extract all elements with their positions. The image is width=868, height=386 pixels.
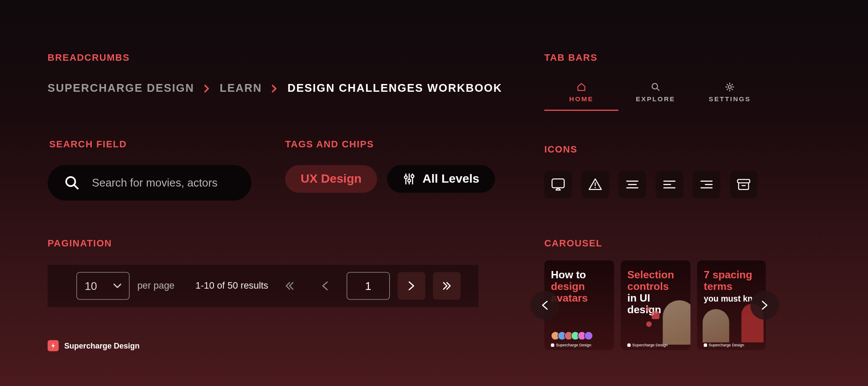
per-page-select[interactable]: 10: [76, 272, 129, 299]
current-page-value: 1: [365, 280, 371, 293]
tab-bar: HOME EXPLORE SETTINGS: [544, 76, 767, 111]
svg-line-1: [74, 185, 78, 189]
carousel: How todesignavatars Supercharge Design S…: [544, 260, 766, 350]
section-title-carousel: Carousel: [544, 238, 602, 249]
svg-point-13: [595, 187, 596, 188]
svg-point-5: [408, 179, 410, 182]
bolt-icon: [48, 340, 59, 352]
breadcrumb-item-current: Design Challenges Workbook: [288, 82, 502, 95]
chip-all-levels[interactable]: All Levels: [387, 165, 495, 193]
section-title-breadcrumbs: Breadcrumbs: [48, 53, 130, 64]
breadcrumb-item-root[interactable]: Supercharge Design: [48, 82, 195, 95]
menu-left-icon: [656, 171, 683, 198]
warning-icon: [581, 171, 609, 198]
chevron-right-icon: [204, 84, 210, 92]
svg-rect-23: [738, 180, 750, 183]
menu-right-icon: [693, 171, 720, 198]
section-title-pagination: Pagination: [48, 238, 112, 249]
carousel-next-button[interactable]: [750, 291, 779, 320]
brand-footer: Supercharge Design: [48, 340, 140, 352]
menu-center-icon: [618, 171, 646, 198]
breadcrumb-item-learn[interactable]: Learn: [220, 82, 262, 95]
tab-home[interactable]: HOME: [544, 76, 618, 111]
card-brand: Supercharge Design: [627, 343, 668, 347]
gear-icon: [725, 82, 735, 92]
carousel-prev-button[interactable]: [530, 291, 559, 320]
tab-explore[interactable]: EXPLORE: [618, 76, 692, 111]
svg-rect-11: [552, 179, 564, 188]
search-input[interactable]: [92, 177, 235, 190]
pagination-results-text: 1-10 of 50 results: [195, 280, 268, 292]
carousel-card-selection[interactable]: Selectioncontrolsin UI design Supercharg…: [621, 260, 691, 350]
current-page-display[interactable]: 1: [347, 272, 390, 299]
svg-point-10: [728, 85, 731, 88]
tab-label: EXPLORE: [636, 95, 676, 103]
breadcrumb: Supercharge Design Learn Design Challeng…: [48, 82, 502, 95]
per-page-label: per page: [137, 280, 174, 292]
search-icon: [64, 175, 80, 190]
svg-line-9: [657, 88, 659, 90]
home-icon: [577, 82, 586, 92]
chevron-down-icon: [114, 283, 121, 289]
chips-row: UX Design All Levels: [285, 165, 495, 193]
tab-label: SETTINGS: [709, 95, 751, 103]
brand-text: Supercharge Design: [64, 341, 140, 350]
archive-icon: [730, 171, 757, 198]
section-title-search: Search Field: [49, 139, 127, 150]
chip-label: All Levels: [422, 172, 479, 186]
tab-label: HOME: [569, 95, 594, 103]
pagination-panel: 10 per page 1-10 of 50 results 1: [48, 265, 479, 307]
icon-showcase-row: [544, 171, 757, 198]
chip-ux-design[interactable]: UX Design: [285, 165, 377, 193]
first-page-button[interactable]: [276, 272, 303, 299]
tab-settings[interactable]: SETTINGS: [693, 76, 767, 111]
card-title: How todesignavatars: [551, 269, 610, 304]
chip-label: UX Design: [301, 172, 362, 186]
search-icon: [651, 82, 660, 92]
per-page-value: 10: [85, 280, 97, 293]
sliders-icon: [403, 172, 416, 186]
chevron-right-icon: [272, 84, 278, 92]
section-title-tags: Tags and Chips: [285, 139, 374, 150]
avatar-row: [551, 331, 593, 340]
search-field[interactable]: [48, 165, 251, 200]
section-title-icons: Icons: [544, 144, 577, 155]
svg-point-3: [404, 176, 407, 178]
card-brand: Supercharge Design: [551, 343, 592, 347]
svg-point-7: [411, 175, 414, 177]
section-title-tabbars: Tab Bars: [544, 53, 598, 64]
card-brand: Supercharge Design: [704, 343, 744, 347]
next-page-button[interactable]: [397, 272, 425, 299]
svg-point-8: [652, 84, 658, 89]
cast-icon: [544, 171, 572, 198]
last-page-button[interactable]: [433, 272, 461, 299]
prev-page-button[interactable]: [311, 272, 339, 299]
